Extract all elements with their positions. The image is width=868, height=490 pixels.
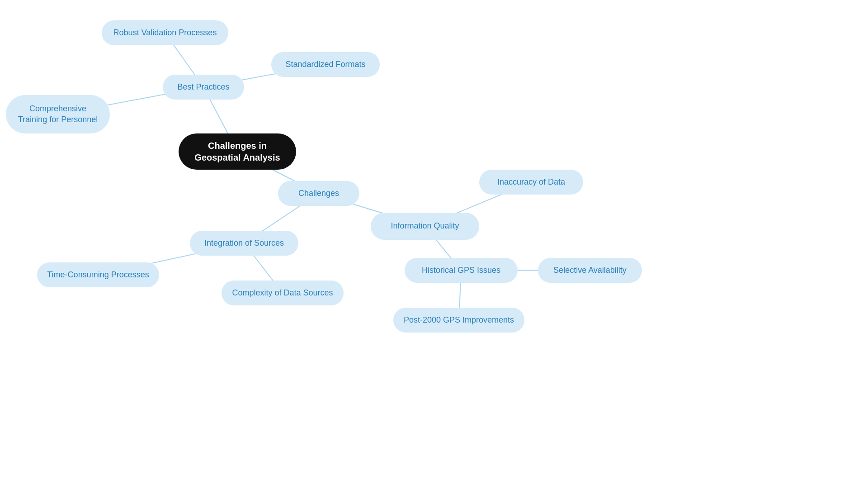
- mindmap-svg: [0, 0, 868, 490]
- node-label-post_2000: Post-2000 GPS Improvements: [396, 310, 522, 330]
- node-inaccuracy_data[interactable]: Inaccuracy of Data: [479, 170, 583, 195]
- node-label-robust_validation: Robust Validation Processes: [105, 23, 225, 43]
- node-challenges[interactable]: Challenges: [278, 181, 359, 206]
- node-post_2000[interactable]: Post-2000 GPS Improvements: [393, 308, 524, 333]
- node-label-comprehensive_training: Comprehensive Training for Personnel: [6, 99, 110, 129]
- node-complexity_sources[interactable]: Complexity of Data Sources: [222, 281, 344, 305]
- node-robust_validation[interactable]: Robust Validation Processes: [102, 20, 228, 45]
- node-comprehensive_training[interactable]: Comprehensive Training for Personnel: [6, 95, 110, 133]
- node-label-time_consuming: Time-Consuming Processes: [39, 265, 157, 285]
- node-central[interactable]: Challenges in Geospatial Analysis: [179, 133, 296, 170]
- node-standardized_formats[interactable]: Standardized Formats: [271, 52, 380, 77]
- node-label-challenges: Challenges: [290, 184, 347, 203]
- node-selective_availability[interactable]: Selective Availability: [538, 258, 642, 283]
- node-label-best_practices: Best Practices: [169, 77, 237, 97]
- node-label-selective_availability: Selective Availability: [545, 261, 635, 280]
- node-label-information_quality: Information Quality: [382, 216, 467, 236]
- node-label-standardized_formats: Standardized Formats: [277, 55, 373, 74]
- node-label-integration_sources: Integration of Sources: [196, 233, 292, 253]
- node-time_consuming[interactable]: Time-Consuming Processes: [37, 262, 159, 287]
- node-label-historical_gps: Historical GPS Issues: [414, 261, 509, 280]
- node-label-central: Challenges in Geospatial Analysis: [179, 135, 296, 168]
- node-best_practices[interactable]: Best Practices: [163, 75, 244, 100]
- node-label-complexity_sources: Complexity of Data Sources: [224, 283, 341, 303]
- node-information_quality[interactable]: Information Quality: [371, 213, 479, 240]
- node-label-inaccuracy_data: Inaccuracy of Data: [489, 172, 573, 192]
- node-integration_sources[interactable]: Integration of Sources: [190, 231, 298, 256]
- node-historical_gps[interactable]: Historical GPS Issues: [405, 258, 518, 283]
